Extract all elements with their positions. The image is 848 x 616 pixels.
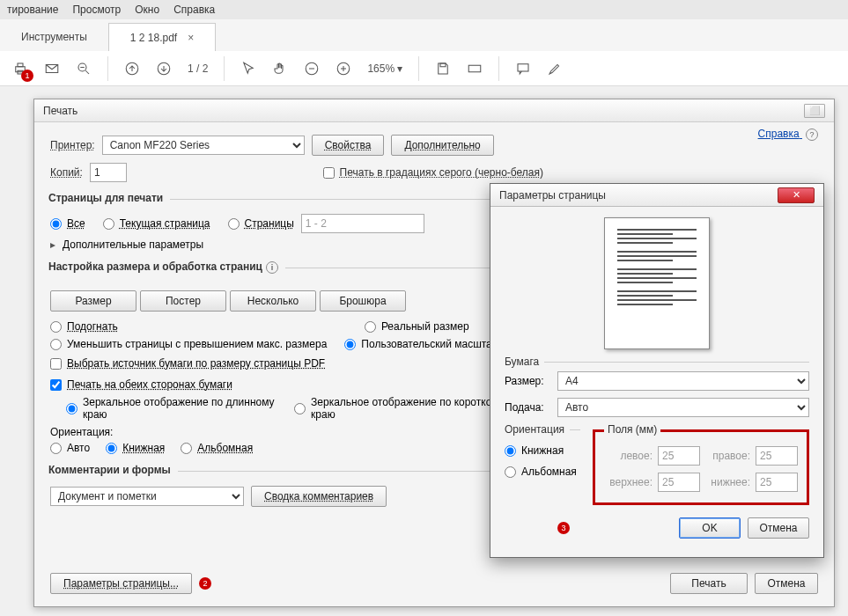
copies-input[interactable] <box>90 163 127 182</box>
pages-range-label: Страницы <box>245 217 294 230</box>
separator <box>224 56 225 81</box>
source-checkbox[interactable] <box>50 358 62 370</box>
source-label: Выбрать источник бумаги по размеру стран… <box>67 357 325 370</box>
grayscale-checkbox[interactable] <box>323 167 335 179</box>
menu-view[interactable]: Просмотр <box>72 4 121 16</box>
orient-auto-radio[interactable] <box>50 443 62 454</box>
comments-summary-button[interactable]: Сводка комментариев <box>251 486 387 507</box>
keyboard-icon[interactable] <box>467 61 483 77</box>
dialog-titlebar: Печать ⬜ <box>34 99 834 122</box>
tab-tools[interactable]: Инструменты <box>0 23 108 51</box>
close-icon[interactable]: × <box>188 32 194 44</box>
printer-label: Принтер: <box>50 139 95 151</box>
pages-all-radio[interactable] <box>50 218 62 230</box>
highlight-icon[interactable] <box>547 61 563 77</box>
page-down-icon[interactable] <box>156 61 172 77</box>
actual-radio[interactable] <box>365 321 376 333</box>
advanced-button[interactable]: Дополнительно <box>391 135 493 156</box>
orient-land-radio[interactable] <box>181 443 192 454</box>
paper-size-select[interactable]: A4 <box>557 371 809 391</box>
seg-multiple-button[interactable]: Несколько <box>230 290 316 312</box>
orient-port-radio[interactable] <box>106 443 117 454</box>
orient-land-label: Альбомная <box>197 442 253 454</box>
badge-2: 2 <box>199 577 211 590</box>
page-up-icon[interactable] <box>124 61 140 77</box>
help-icon: ? <box>806 128 818 141</box>
margins-group: Поля (мм) левое: правое: верхнее: нижнее… <box>593 429 809 505</box>
pages-range-input[interactable] <box>301 214 424 233</box>
pagesetup-button[interactable]: Параметры страницы... <box>50 573 192 594</box>
seg-poster-button[interactable]: Постер <box>140 290 226 312</box>
fit-label: Подогнать <box>67 320 118 333</box>
menu-window[interactable]: Окно <box>135 4 159 16</box>
tab-document-label: 1 2 18.pdf <box>130 32 177 44</box>
cancel-btn-label: Отмена <box>767 577 805 590</box>
comments-summary-label: Сводка комментариев <box>264 490 373 502</box>
separator <box>107 56 108 81</box>
close-button[interactable]: ✕ <box>778 187 815 203</box>
properties-button[interactable]: Свойства <box>312 135 385 156</box>
page-preview <box>604 217 710 349</box>
ps-cancel-label: Отмена <box>759 522 797 534</box>
margin-left-input[interactable] <box>658 446 700 466</box>
pagesetup-label: Параметры страницы... <box>63 577 179 590</box>
flip-short-radio[interactable] <box>294 403 306 414</box>
menu-edit[interactable]: тирование <box>7 4 58 16</box>
hand-icon[interactable] <box>272 61 288 77</box>
comments-heading-label: Комментарии и формы <box>48 464 171 476</box>
margin-top-input[interactable] <box>658 473 700 492</box>
size-heading-label: Настройка размера и обработка страниц <box>48 260 262 273</box>
pages-more[interactable]: Дополнительные параметры <box>63 238 203 251</box>
tabbar: Инструменты 1 2 18.pdf × <box>0 19 848 51</box>
ok-button[interactable]: OK <box>679 517 741 539</box>
zoom-level[interactable]: 165% ▾ <box>367 62 402 75</box>
print-icon[interactable]: 1 <box>12 61 28 77</box>
margin-right-input[interactable] <box>756 446 798 466</box>
badge-1: 1 <box>21 70 33 82</box>
menubar: тирование Просмотр Окно Справка <box>0 0 848 19</box>
menu-help[interactable]: Справка <box>173 4 215 16</box>
pagesetup-titlebar: Параметры страницы ✕ <box>490 184 823 207</box>
mail-icon[interactable] <box>44 61 60 77</box>
flip-long-radio[interactable] <box>66 403 77 414</box>
save-icon[interactable] <box>435 61 451 77</box>
print-button[interactable]: Печать <box>670 573 748 594</box>
cancel-button[interactable]: Отмена <box>755 573 818 594</box>
duplex-checkbox[interactable] <box>50 379 62 391</box>
comments-select[interactable]: Документ и пометки <box>50 487 244 506</box>
tab-document[interactable]: 1 2 18.pdf × <box>108 23 216 51</box>
help-link[interactable]: Справка ? <box>758 128 818 141</box>
pages-range-radio[interactable] <box>228 218 240 230</box>
zoom-plus-icon[interactable] <box>336 61 351 77</box>
ok-label: OK <box>702 522 717 534</box>
orient-port-label: Книжная <box>122 442 165 454</box>
ps-portrait-radio[interactable] <box>505 445 516 457</box>
ps-landscape-radio[interactable] <box>505 466 516 478</box>
maximize-button[interactable]: ⬜ <box>804 104 825 118</box>
help-label: Справка <box>758 128 800 140</box>
orient-heading: Ориентация <box>505 423 570 436</box>
duplex-label: Печать на обеих сторонах бумаги <box>67 378 232 391</box>
paper-heading: Бумага <box>505 356 544 368</box>
seg-booklet-button[interactable]: Брошюра <box>320 290 406 312</box>
comments-heading: Комментарии и формы <box>48 464 178 476</box>
svg-line-5 <box>85 70 89 74</box>
select-icon[interactable] <box>240 61 256 77</box>
chevron-right-icon[interactable]: ▸ <box>50 238 55 251</box>
seg-size-button[interactable]: Размер <box>50 290 136 312</box>
grayscale-label: Печать в градациях серого (черно-белая) <box>340 166 543 179</box>
ps-cancel-button[interactable]: Отмена <box>748 517 809 539</box>
comment-icon[interactable] <box>515 61 531 77</box>
pages-current-radio[interactable] <box>103 218 114 230</box>
custom-radio[interactable] <box>344 339 356 350</box>
zoom-out-icon[interactable] <box>76 61 92 77</box>
fit-radio[interactable] <box>50 321 62 333</box>
zoom-minus-icon[interactable] <box>304 61 320 77</box>
shrink-radio[interactable] <box>50 339 62 350</box>
margin-bottom-input[interactable] <box>756 473 798 492</box>
svg-rect-1 <box>18 63 23 67</box>
paper-feed-select[interactable]: Авто <box>557 398 809 417</box>
printer-select[interactable]: Canon MF220 Series <box>102 136 305 155</box>
margin-top-label: верхнее: <box>604 476 653 488</box>
pages-all-label: Все <box>67 217 85 230</box>
